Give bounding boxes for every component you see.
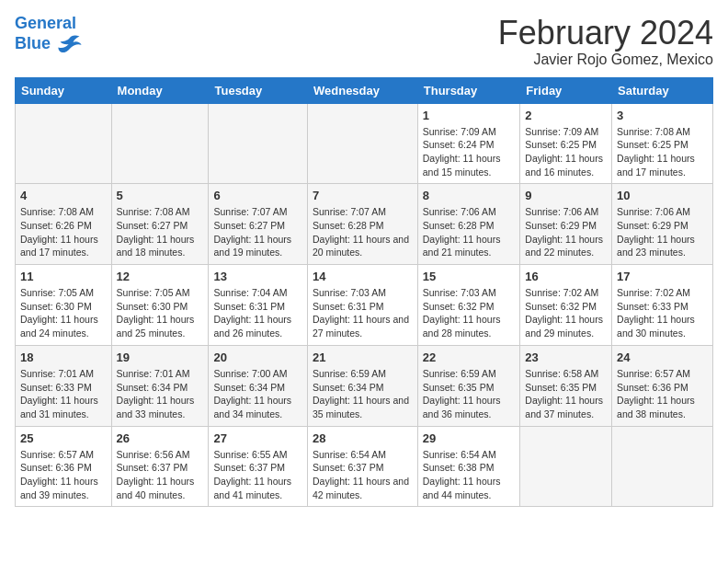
calendar-cell: 17Sunrise: 7:02 AMSunset: 6:33 PMDayligh… xyxy=(612,265,713,346)
calendar-cell: 2Sunrise: 7:09 AMSunset: 6:25 PMDaylight… xyxy=(520,103,612,184)
calendar-cell: 11Sunrise: 7:05 AMSunset: 6:30 PMDayligh… xyxy=(16,265,112,346)
calendar-cell: 24Sunrise: 6:57 AMSunset: 6:36 PMDayligh… xyxy=(612,345,713,426)
page-header: General Blue February 2024 Javier Rojo G… xyxy=(15,15,713,68)
day-info: Sunrise: 7:02 AMSunset: 6:33 PMDaylight:… xyxy=(617,286,708,340)
day-number: 15 xyxy=(423,270,516,283)
day-number: 14 xyxy=(313,270,413,283)
calendar-cell: 13Sunrise: 7:04 AMSunset: 6:31 PMDayligh… xyxy=(209,265,308,346)
day-number: 13 xyxy=(213,270,302,283)
calendar-cell: 1Sunrise: 7:09 AMSunset: 6:24 PMDaylight… xyxy=(417,103,520,184)
day-info: Sunrise: 7:01 AMSunset: 6:34 PMDaylight:… xyxy=(117,367,204,421)
day-info: Sunrise: 6:54 AMSunset: 6:38 PMDaylight:… xyxy=(423,448,516,502)
calendar-cell: 3Sunrise: 7:08 AMSunset: 6:25 PMDaylight… xyxy=(612,103,713,184)
day-info: Sunrise: 7:02 AMSunset: 6:32 PMDaylight:… xyxy=(525,286,607,340)
day-info: Sunrise: 7:09 AMSunset: 6:25 PMDaylight:… xyxy=(525,125,607,179)
weekday-header: Monday xyxy=(111,77,209,103)
calendar-cell xyxy=(209,103,308,184)
calendar-week-row: 4Sunrise: 7:08 AMSunset: 6:26 PMDaylight… xyxy=(16,184,713,265)
day-info: Sunrise: 7:09 AMSunset: 6:24 PMDaylight:… xyxy=(423,125,516,179)
day-number: 19 xyxy=(117,350,204,364)
weekday-header: Sunday xyxy=(16,77,112,103)
day-info: Sunrise: 7:03 AMSunset: 6:32 PMDaylight:… xyxy=(423,286,516,340)
day-number: 18 xyxy=(20,350,107,364)
logo-text2: Blue xyxy=(15,33,83,55)
main-title: February 2024 xyxy=(498,15,713,52)
day-info: Sunrise: 7:05 AMSunset: 6:30 PMDaylight:… xyxy=(117,286,204,340)
calendar-cell xyxy=(307,103,417,184)
weekday-header: Friday xyxy=(520,77,612,103)
calendar-cell: 5Sunrise: 7:08 AMSunset: 6:27 PMDaylight… xyxy=(111,184,209,265)
calendar-cell: 12Sunrise: 7:05 AMSunset: 6:30 PMDayligh… xyxy=(111,265,209,346)
calendar-week-row: 11Sunrise: 7:05 AMSunset: 6:30 PMDayligh… xyxy=(16,265,713,346)
day-number: 27 xyxy=(213,431,302,445)
calendar-week-row: 25Sunrise: 6:57 AMSunset: 6:36 PMDayligh… xyxy=(16,426,713,507)
day-info: Sunrise: 6:57 AMSunset: 6:36 PMDaylight:… xyxy=(617,367,708,421)
day-number: 8 xyxy=(423,189,516,202)
day-number: 12 xyxy=(117,270,204,283)
day-info: Sunrise: 7:08 AMSunset: 6:27 PMDaylight:… xyxy=(117,205,204,259)
day-info: Sunrise: 7:00 AMSunset: 6:34 PMDaylight:… xyxy=(213,367,302,421)
calendar-cell: 21Sunrise: 6:59 AMSunset: 6:34 PMDayligh… xyxy=(307,345,417,426)
day-info: Sunrise: 6:59 AMSunset: 6:34 PMDaylight:… xyxy=(313,367,413,421)
calendar-cell: 28Sunrise: 6:54 AMSunset: 6:37 PMDayligh… xyxy=(307,426,417,507)
calendar-cell xyxy=(520,426,612,507)
calendar-cell xyxy=(111,103,209,184)
day-number: 25 xyxy=(20,431,107,445)
day-info: Sunrise: 6:59 AMSunset: 6:35 PMDaylight:… xyxy=(423,367,516,421)
day-number: 5 xyxy=(117,189,204,202)
calendar-week-row: 18Sunrise: 7:01 AMSunset: 6:33 PMDayligh… xyxy=(16,345,713,426)
day-info: Sunrise: 6:57 AMSunset: 6:36 PMDaylight:… xyxy=(20,448,107,502)
day-info: Sunrise: 7:08 AMSunset: 6:26 PMDaylight:… xyxy=(20,205,107,259)
calendar-cell: 15Sunrise: 7:03 AMSunset: 6:32 PMDayligh… xyxy=(417,265,520,346)
day-number: 26 xyxy=(117,431,204,445)
day-info: Sunrise: 6:56 AMSunset: 6:37 PMDaylight:… xyxy=(117,448,204,502)
day-number: 22 xyxy=(423,350,516,364)
weekday-header: Wednesday xyxy=(307,77,417,103)
day-number: 9 xyxy=(525,189,607,202)
calendar-cell: 20Sunrise: 7:00 AMSunset: 6:34 PMDayligh… xyxy=(209,345,308,426)
day-number: 7 xyxy=(313,189,413,202)
subtitle: Javier Rojo Gomez, Mexico xyxy=(498,52,713,68)
calendar-cell: 14Sunrise: 7:03 AMSunset: 6:31 PMDayligh… xyxy=(307,265,417,346)
calendar-table: SundayMondayTuesdayWednesdayThursdayFrid… xyxy=(15,77,713,508)
calendar-cell: 19Sunrise: 7:01 AMSunset: 6:34 PMDayligh… xyxy=(111,345,209,426)
calendar-header-row: SundayMondayTuesdayWednesdayThursdayFrid… xyxy=(16,77,713,103)
day-number: 6 xyxy=(213,189,302,202)
calendar-cell: 29Sunrise: 6:54 AMSunset: 6:38 PMDayligh… xyxy=(417,426,520,507)
calendar-cell: 16Sunrise: 7:02 AMSunset: 6:32 PMDayligh… xyxy=(520,265,612,346)
calendar-cell xyxy=(16,103,112,184)
day-info: Sunrise: 7:06 AMSunset: 6:29 PMDaylight:… xyxy=(525,205,607,259)
day-info: Sunrise: 7:04 AMSunset: 6:31 PMDaylight:… xyxy=(213,286,302,340)
day-number: 10 xyxy=(617,189,708,202)
day-number: 4 xyxy=(20,189,107,202)
day-info: Sunrise: 7:06 AMSunset: 6:28 PMDaylight:… xyxy=(423,205,516,259)
day-number: 29 xyxy=(423,431,516,445)
calendar-week-row: 1Sunrise: 7:09 AMSunset: 6:24 PMDaylight… xyxy=(16,103,713,184)
title-section: February 2024 Javier Rojo Gomez, Mexico xyxy=(498,15,713,68)
weekday-header: Tuesday xyxy=(209,77,308,103)
day-info: Sunrise: 7:08 AMSunset: 6:25 PMDaylight:… xyxy=(617,125,708,179)
day-info: Sunrise: 7:06 AMSunset: 6:29 PMDaylight:… xyxy=(617,205,708,259)
calendar-cell: 18Sunrise: 7:01 AMSunset: 6:33 PMDayligh… xyxy=(16,345,112,426)
day-number: 24 xyxy=(617,350,708,364)
day-info: Sunrise: 7:01 AMSunset: 6:33 PMDaylight:… xyxy=(20,367,107,421)
day-info: Sunrise: 7:05 AMSunset: 6:30 PMDaylight:… xyxy=(20,286,107,340)
calendar-cell: 4Sunrise: 7:08 AMSunset: 6:26 PMDaylight… xyxy=(16,184,112,265)
calendar-cell: 27Sunrise: 6:55 AMSunset: 6:37 PMDayligh… xyxy=(209,426,308,507)
calendar-cell: 26Sunrise: 6:56 AMSunset: 6:37 PMDayligh… xyxy=(111,426,209,507)
calendar-cell xyxy=(612,426,713,507)
weekday-header: Saturday xyxy=(612,77,713,103)
day-number: 17 xyxy=(617,270,708,283)
day-info: Sunrise: 6:58 AMSunset: 6:35 PMDaylight:… xyxy=(525,367,607,421)
day-number: 11 xyxy=(20,270,107,283)
calendar-cell: 7Sunrise: 7:07 AMSunset: 6:28 PMDaylight… xyxy=(307,184,417,265)
day-info: Sunrise: 6:55 AMSunset: 6:37 PMDaylight:… xyxy=(213,448,302,502)
calendar-cell: 10Sunrise: 7:06 AMSunset: 6:29 PMDayligh… xyxy=(612,184,713,265)
calendar-cell: 23Sunrise: 6:58 AMSunset: 6:35 PMDayligh… xyxy=(520,345,612,426)
day-info: Sunrise: 7:03 AMSunset: 6:31 PMDaylight:… xyxy=(313,286,413,340)
day-number: 28 xyxy=(313,431,413,445)
calendar-cell: 22Sunrise: 6:59 AMSunset: 6:35 PMDayligh… xyxy=(417,345,520,426)
calendar-cell: 9Sunrise: 7:06 AMSunset: 6:29 PMDaylight… xyxy=(520,184,612,265)
day-number: 23 xyxy=(525,350,607,364)
day-number: 21 xyxy=(313,350,413,364)
